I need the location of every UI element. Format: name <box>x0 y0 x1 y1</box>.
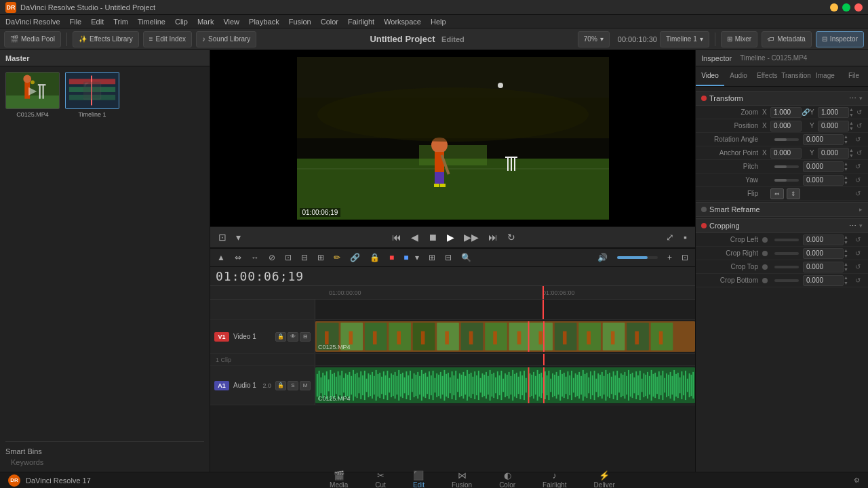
position-reset-button[interactable]: ↺ <box>856 122 863 129</box>
draw-tool-button[interactable]: ✏ <box>331 251 343 264</box>
nav-tab-fairlight[interactable]: ♪ Fairlight <box>529 469 580 488</box>
tab-audio[interactable]: Audio <box>724 66 753 86</box>
fullscreen-button[interactable]: ⤢ <box>663 230 677 244</box>
mixer-button[interactable]: ⊞ Mixer <box>721 31 757 47</box>
pitch-slider[interactable] <box>774 165 799 168</box>
audio-mixer-button[interactable]: ⊞ <box>426 251 438 264</box>
slide-tool-button[interactable]: ⊟ <box>298 251 311 264</box>
rotation-reset-button[interactable]: ↺ <box>853 136 863 143</box>
window-controls[interactable] <box>830 3 863 12</box>
warp-tool-button[interactable]: ⊞ <box>315 251 327 264</box>
tab-effects[interactable]: Effects <box>753 66 781 86</box>
smart-reframe-header[interactable]: Smart Reframe ▸ <box>696 202 868 217</box>
clip-thumbnail-c0125[interactable] <box>5 72 60 109</box>
video-clip-c0125[interactable]: C0125.MP4 <box>315 321 695 352</box>
cropping-enabled-dot[interactable] <box>701 223 707 228</box>
flip-reset-button[interactable]: ↺ <box>853 190 863 197</box>
media-clip-timeline1[interactable]: Timeline 1 <box>65 72 119 118</box>
go-to-end-button[interactable]: ⏭ <box>486 230 500 244</box>
tab-video[interactable]: Video <box>696 66 724 86</box>
audio-track-button[interactable]: ⊟ <box>300 332 311 342</box>
audio-track-controls[interactable]: 🔒 S M <box>275 381 311 390</box>
add-track-button[interactable]: + <box>665 251 675 264</box>
tab-file[interactable]: File <box>840 66 868 86</box>
smart-reframe-chevron-icon[interactable]: ▸ <box>859 206 863 213</box>
select-tool-button[interactable]: ▲ <box>214 251 228 264</box>
zoom-selector[interactable]: 70% ▾ <box>578 31 610 47</box>
flip-horizontal-button[interactable]: ⇔ <box>770 188 784 199</box>
lock-track-button[interactable]: 🔒 <box>275 332 286 342</box>
visibility-button[interactable]: 👁 <box>288 332 298 342</box>
menu-clip[interactable]: Clip <box>175 18 188 26</box>
go-to-start-button[interactable]: ⏮ <box>389 230 404 244</box>
menu-workspace[interactable]: Workspace <box>384 18 421 26</box>
menu-fairlight[interactable]: Fairlight <box>348 18 374 26</box>
rotation-value[interactable]: 0.000 <box>803 134 844 145</box>
blade-tool-button[interactable]: ⊘ <box>266 251 278 264</box>
next-frame-button[interactable]: ▶▶ <box>461 230 481 244</box>
edit-index-button[interactable]: ≡ Edit Index <box>143 31 192 47</box>
yaw-slider[interactable] <box>774 179 799 182</box>
audio-solo-button[interactable]: S <box>288 381 298 390</box>
crop-right-arrows[interactable]: ▲ ▼ <box>844 248 853 258</box>
timeline-selector[interactable]: Timeline 1 ▾ <box>660 31 709 47</box>
crop-bottom-arrows[interactable]: ▲ ▼ <box>844 275 853 285</box>
pitch-reset-button[interactable]: ↺ <box>853 163 863 170</box>
menu-mark[interactable]: Mark <box>197 18 214 26</box>
search-timeline-button[interactable]: 🔍 <box>458 251 474 264</box>
link-button[interactable]: 🔗 <box>347 251 363 264</box>
crop-left-arrows[interactable]: ▲ ▼ <box>844 235 853 245</box>
media-clip-c0125[interactable]: C0125.MP4 <box>5 72 60 118</box>
audio-lock-button[interactable]: 🔒 <box>275 381 286 390</box>
volume-button[interactable]: 🔊 <box>595 251 610 264</box>
stop-button[interactable]: ⏹ <box>425 230 440 244</box>
nav-tab-deliver[interactable]: ⚡ Deliver <box>580 469 629 488</box>
crop-top-reset[interactable]: ↺ <box>853 263 863 270</box>
menu-timeline[interactable]: Timeline <box>138 18 165 26</box>
pitch-value[interactable]: 0.000 <box>803 161 844 172</box>
cropping-chevron-icon[interactable]: ▾ <box>859 222 863 229</box>
nav-tab-edit[interactable]: ⬛ Edit <box>399 469 438 488</box>
zoom-y-value[interactable]: 1.000 <box>818 107 849 118</box>
anchor-y-value[interactable]: 0.000 <box>818 148 849 159</box>
timeline-settings-button[interactable]: ⊡ <box>679 251 691 264</box>
cropping-header[interactable]: Cropping ⋯ ▾ <box>696 218 868 233</box>
slip-tool-button[interactable]: ⊡ <box>282 251 294 264</box>
clip-thumbnail-timeline1[interactable] <box>65 72 119 109</box>
cinema-viewer-button[interactable]: ▪ <box>681 230 690 244</box>
play-button[interactable]: ▶ <box>444 230 457 244</box>
color-mode-button[interactable]: ■ <box>401 251 411 264</box>
rotation-arrows[interactable]: ▲ ▼ <box>844 134 853 144</box>
nav-tab-color[interactable]: ◐ Color <box>486 469 529 488</box>
zoom-reset-button[interactable]: ↺ <box>856 108 863 116</box>
crop-left-value[interactable]: 0.000 <box>803 235 844 245</box>
crop-bottom-value[interactable]: 0.000 <box>803 275 844 286</box>
menu-trim[interactable]: Trim <box>113 18 128 26</box>
video-track-timeline[interactable]: C0125.MP4 <box>315 320 695 353</box>
rotation-slider[interactable] <box>774 138 799 141</box>
metadata-button[interactable]: 🏷 Metadata <box>762 31 812 47</box>
menu-file[interactable]: File <box>70 18 82 26</box>
lock-button[interactable]: 🔒 <box>367 251 382 264</box>
transform-enabled-dot[interactable] <box>701 96 707 101</box>
smart-reframe-enabled-dot[interactable] <box>701 207 707 212</box>
tab-image[interactable]: Image <box>811 66 840 86</box>
yaw-reset-button[interactable]: ↺ <box>853 176 863 184</box>
tab-transition[interactable]: Transition <box>781 66 811 86</box>
crop-left-reset[interactable]: ↺ <box>853 236 863 243</box>
yaw-arrows[interactable]: ▲ ▼ <box>844 175 853 185</box>
menu-color[interactable]: Color <box>321 18 338 26</box>
loop-button[interactable]: ↻ <box>505 230 518 244</box>
position-x-value[interactable]: 0.000 <box>770 121 802 131</box>
sound-library-button[interactable]: ♪ Sound Library <box>196 31 256 47</box>
flip-vertical-button[interactable]: ⇕ <box>787 188 800 199</box>
dynamic-trim-button[interactable]: ↔ <box>248 251 262 264</box>
crop-right-value[interactable]: 0.000 <box>803 248 844 259</box>
position-arrows[interactable]: ▲ ▼ <box>849 121 856 131</box>
anchor-arrows[interactable]: ▲ ▼ <box>849 148 856 158</box>
menu-help[interactable]: Help <box>431 18 446 26</box>
menu-fusion[interactable]: Fusion <box>289 18 311 26</box>
audio-mute-button[interactable]: M <box>300 381 311 390</box>
yaw-value[interactable]: 0.000 <box>803 175 844 186</box>
maximize-button[interactable] <box>842 3 850 12</box>
